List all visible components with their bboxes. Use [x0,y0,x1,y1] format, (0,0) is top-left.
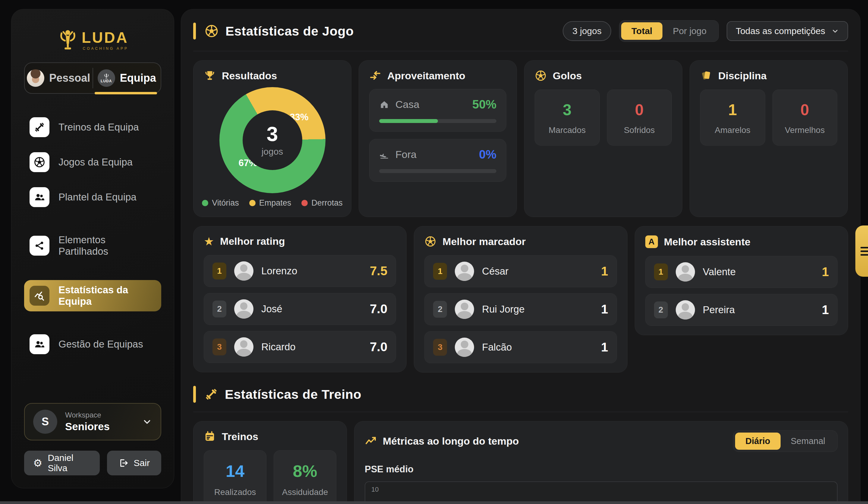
trainings-done-stat: 14 Realizados [204,450,267,504]
assist-icon: A [645,235,658,248]
tab-pessoal-label: Pessoal [49,72,90,84]
total-per-game-toggle: Total Por jogo [619,20,719,42]
workspace-name: Seniores [65,421,110,433]
app-viewport: LUDA COACHING APP Pessoal [0,0,868,504]
card-title: Aproveitamento [387,70,465,82]
treinos-card: Treinos 14 Realizados 8% Assiduidade [193,421,347,504]
donut-legend: Vitórias Empates Derrotas [204,198,341,208]
melhor-assistente-card: A Melhor assistente 1 Valente 1 2 Pereir… [635,226,848,335]
toggle-per-game-button[interactable]: Por jogo [662,22,717,40]
header-controls: 3 jogos Total Por jogo Todas as competiç… [563,20,848,42]
card-title: Golos [553,70,582,82]
accent-bar [193,386,196,403]
avatar [234,261,254,281]
sidebar-item-elementos[interactable]: Elementos Partilhados [24,230,161,261]
disciplina-card: Disciplina 1 Amarelos 0 Vermelhos [690,60,848,217]
user-name-label: Daniel Silva [48,453,91,473]
side-drawer-handle[interactable] [855,225,868,277]
metricas-card: Métricas ao longo do tempo Diário Semana… [354,421,848,504]
away-performance: Fora 0% [369,139,506,182]
games-total-label: jogos [262,146,283,157]
y-axis-tick: 10 [371,486,379,493]
sidebar-item-label: Jogos da Equipa [59,156,133,168]
toggle-daily-button[interactable]: Diário [735,433,780,450]
game-stats-header: Estatísticas de Jogo 3 jogos Total Por j… [193,20,848,42]
sidebar: LUDA COACHING APP Pessoal [11,9,174,488]
people-icon [30,334,50,354]
sidebar-item-plantel[interactable]: Plantel da Equipa [24,183,161,211]
legend-dot [249,200,256,206]
card-title: Resultados [222,70,277,82]
red-cards-stat: 0 Vermelhos [773,90,838,146]
card-title: Melhor rating [220,235,285,247]
toggle-weekly-button[interactable]: Semanal [781,433,836,450]
sidebar-item-label: Treinos da Equipa [59,122,139,133]
goals-conceded-stat: 0 Sofridos [607,90,672,146]
competitions-dropdown[interactable]: Todas as competições [727,21,848,41]
horizontal-scrollbar[interactable] [0,501,868,504]
melhor-rating-card: ★ Melhor rating 1 Lorenzo 7.5 2 José 7.0 [193,226,406,372]
page-title: Estatísticas de Jogo [225,24,354,39]
card-title: Disciplina [718,70,767,82]
home-pct: 50% [472,98,496,111]
card-title: Melhor marcador [442,236,526,247]
workspace-label: Workspace [65,411,110,419]
sidebar-nav: Treinos da Equipa Jogos da Equipa [24,113,161,358]
rank-badge: 1 [654,264,668,280]
card-title: Treinos [222,431,258,442]
aproveitamento-card: Aproveitamento Casa 50% [359,60,517,217]
tab-equipa[interactable]: LUDA Equipa [93,63,161,93]
leaderboard-row: 3 Ricardo 7.0 [204,331,396,363]
toggle-total-button[interactable]: Total [621,22,662,40]
tab-pessoal[interactable]: Pessoal [25,63,93,93]
sidebar-item-treinos[interactable]: Treinos da Equipa [24,113,161,141]
training-divider [193,412,848,412]
soccer-ball-icon [30,152,50,172]
rank-badge: 2 [654,301,668,318]
tab-equipa-label: Equipa [120,72,156,84]
sidebar-item-jogos[interactable]: Jogos da Equipa [24,148,161,176]
trophy-icon [204,70,216,82]
home-performance: Casa 50% [369,89,506,132]
calendar-icon [204,431,216,442]
daily-weekly-toggle: Diário Semanal [733,431,838,452]
chart-search-icon [30,286,50,306]
games-total: 3 [267,124,278,144]
sidebar-item-estatisticas[interactable]: Estatísticas da Equipa [24,280,161,311]
team-avatar: LUDA [98,69,115,87]
leaderboard-row: 1 Lorenzo 7.5 [204,255,396,287]
rank-badge: 1 [433,263,447,280]
sidebar-footer-buttons: ⚙ Daniel Silva Sair [24,451,161,475]
logout-button[interactable]: Sair [107,451,161,475]
trophy-logo-icon [57,29,79,52]
sidebar-item-gestao[interactable]: Gestão de Equipas [24,330,161,358]
rank-badge: 3 [433,339,447,356]
legend-empates: Empates [249,198,291,208]
leaderboard-row: 2 Pereira 1 [645,294,838,326]
chevron-down-icon [831,27,839,35]
rank-badge: 3 [213,339,226,356]
user-settings-button[interactable]: ⚙ Daniel Silva [24,451,100,475]
avatar [676,262,695,281]
workspace-avatar: S [33,410,57,434]
workspace-selector[interactable]: S Workspace Seniores [24,403,161,440]
logout-icon [119,458,128,468]
pse-chart: 10 [365,481,838,504]
trend-line-icon [365,435,377,447]
avatar [676,300,695,320]
soccer-ball-icon [424,235,436,247]
yellow-cards-stat: 1 Amarelos [700,90,765,146]
leaderboard-row: 3 Falcão 1 [424,331,617,363]
logo-text: LUDA [82,30,128,45]
legend-vitorias: Vitórias [202,198,239,208]
leaderboard-row: 2 José 7.0 [204,293,396,325]
chevron-down-icon [142,416,152,427]
resultados-card: Resultados 33% 67% 3 jogos V [193,60,351,217]
avatar [234,337,254,357]
melhor-marcador-card: Melhor marcador 1 César 1 2 Rui Jorge 1 [414,226,627,373]
leaderboard-row: 1 César 1 [424,255,617,287]
results-donut: 33% 67% 3 jogos [219,87,326,193]
leaderboard-row: 2 Rui Jorge 1 [424,293,617,325]
star-icon: ★ [204,236,214,247]
avatar [455,300,474,319]
